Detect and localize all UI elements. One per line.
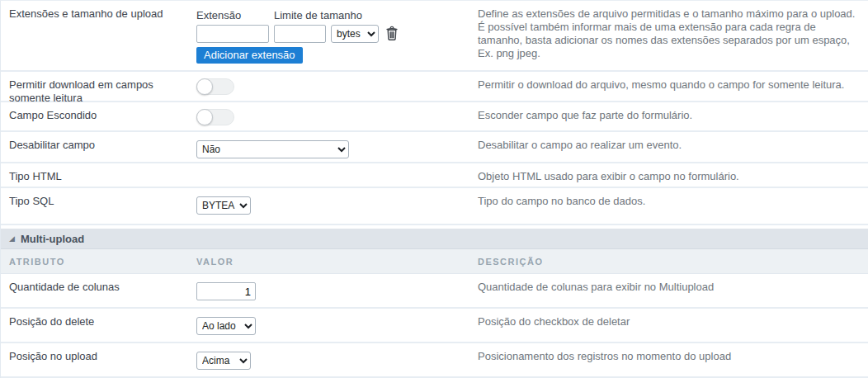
collapse-icon: ◢ [9,235,15,243]
description-quantidade-colunas: Quantidade de colunas para exibir no Mul… [478,281,714,293]
row-posicao-delete: Posição do delete Ao lado Posição do che… [1,309,868,343]
column-header-descricao: DESCRIÇÃO [478,257,868,267]
multi-upload-column-headers: ATRIBUTO VALOR DESCRIÇÃO [1,249,868,274]
field-label-tipo-sql: Tipo SQL [9,195,54,207]
delete-extension-button[interactable] [385,26,399,43]
quantidade-colunas-input[interactable] [196,282,256,300]
row-campo-escondido: Campo Escondido Esconder campo que faz p… [1,102,868,132]
description-campo-escondido: Esconder campo que faz parte do formulár… [478,109,692,121]
column-header-valor: VALOR [196,257,478,267]
description-permitir-download: Permitir o download do arquivo, mesmo qu… [478,78,844,91]
tipo-sql-select[interactable]: BYTEA [196,196,251,215]
campo-escondido-toggle[interactable] [196,109,234,125]
description-tipo-sql: Tipo do campo no banco de dados. [478,195,645,207]
description-tipo-html: Objeto HTML usado para exibir o campo no… [478,170,739,182]
posicao-upload-select[interactable]: Acima [196,352,251,370]
section-title: Multi-upload [21,233,84,245]
description-posicao-upload: Posicionamento dos registros no momento … [478,350,731,362]
description-posicao-delete: Posição do checkbox de deletar [478,315,630,328]
row-desabilitar-campo: Desabilitar campo Não Desabilitar o camp… [1,132,868,163]
field-label-campo-escondido: Campo Escondido [9,109,97,121]
posicao-delete-select[interactable]: Ao lado [196,317,256,335]
description-extensions: Define as extensões de arquivo permitida… [478,7,855,59]
row-tipo-html: Tipo HTML Objeto HTML usado para exibir … [1,163,868,188]
add-extension-button[interactable]: Adicionar extensão [196,47,303,64]
extensao-input[interactable] [196,25,269,43]
desabilitar-campo-select[interactable]: Não [196,140,349,158]
toggle-knob [196,109,213,125]
field-label-quantidade-colunas: Quantidade de colunas [9,281,120,293]
row-tipo-sql: Tipo SQL BYTEA Tipo do campo no banco de… [1,188,868,225]
row-quantidade-colunas: Quantidade de colunas Quantidade de colu… [1,274,868,309]
field-label-permitir-download: Permitir download em campos somente leit… [9,78,153,104]
field-label-posicao-upload: Posição no upload [9,350,97,362]
field-label-extensions: Extensões e tamanho de upload [9,7,163,20]
extensao-column-label: Extensão [196,9,274,21]
column-header-atributo: ATRIBUTO [1,257,196,267]
multi-upload-section-header[interactable]: ◢ Multi-upload [1,229,868,249]
trash-icon [385,26,399,43]
description-desabilitar-campo: Desabilitar o campo ao realizar um event… [478,139,682,151]
permitir-download-toggle[interactable] [196,78,234,95]
row-extensions: Extensões e tamanho de upload Extensão L… [1,1,868,72]
row-permitir-download: Permitir download em campos somente leit… [1,72,868,102]
limite-input[interactable] [274,25,326,43]
row-posicao-upload: Posição no upload Acima Posicionamento d… [1,343,868,378]
field-label-tipo-html: Tipo HTML [9,170,62,182]
field-settings-panel: Extensões e tamanho de upload Extensão L… [0,0,868,378]
limite-column-label: Limite de tamanho [274,9,362,21]
field-label-posicao-delete: Posição do delete [9,315,94,328]
toggle-knob [196,78,213,95]
field-label-desabilitar-campo: Desabilitar campo [9,139,95,151]
unit-select[interactable]: bytes [331,25,379,43]
